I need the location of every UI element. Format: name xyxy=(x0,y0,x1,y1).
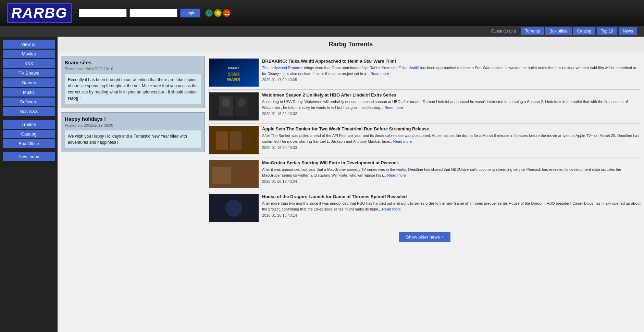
sidebar: View all Movies XXX TV Shows Games Music… xyxy=(0,37,58,332)
news-thumb-watchmen xyxy=(209,92,259,120)
sidebar-item-new-index[interactable]: New index xyxy=(3,152,55,161)
star-icon[interactable]: ⭐ xyxy=(214,9,222,17)
main-wrapper: View all Movies XXX TV Shows Games Music… xyxy=(0,37,644,332)
header: RARBG Login 🌐 ⭐ 🦊 xyxy=(0,0,644,26)
post-holidays-date: Posted on: 20/12/2019 08:00 xyxy=(65,123,201,127)
read-more-banker[interactable]: Read more xyxy=(393,139,412,143)
nav-bar: Guest (Login) Torrents Box office Catalo… xyxy=(0,26,644,37)
news-title-banker: Apple Sets The Banker for Two Week Theat… xyxy=(262,126,641,131)
news-text-watchmen: Watchmen Season 2 Unlikely at HBO After … xyxy=(262,92,641,116)
news-date-watchmen: 2020-01-16 22:40:02 xyxy=(262,112,641,116)
news-date-banker: 2020-01-16 20:40:03 xyxy=(262,145,641,150)
svg-rect-5 xyxy=(209,92,259,120)
show-older-button[interactable]: Show older news » xyxy=(399,232,450,242)
news-body-watchmen: According to USA Today, Watchmen will pr… xyxy=(262,99,641,110)
news-title-macgruber: MacGruber Series Starring Will Forte in … xyxy=(262,160,641,165)
nav-login-link[interactable]: Login xyxy=(505,29,515,34)
nav-top10[interactable]: Top 10 xyxy=(597,27,617,35)
news-text-starwars: BREAKING: Taika Waititi Approached to He… xyxy=(262,59,641,82)
svg-rect-15 xyxy=(212,167,231,184)
svg-point-8 xyxy=(222,99,230,107)
news-body-macgruber: After it was announced last year that a … xyxy=(262,167,641,178)
page-title: Rarbg Torrents xyxy=(58,37,644,52)
news-thumb-dragon xyxy=(209,194,259,222)
post-holidays-title: Happy holidays ! xyxy=(65,116,201,122)
news-title-starwars: BREAKING: Taika Waititi Approached to He… xyxy=(262,59,641,64)
news-date-dragon: 2020-01-16 18:40:14 xyxy=(262,213,641,217)
search-input-1[interactable] xyxy=(79,9,127,17)
news-item-banker: Apple Sets The Banker for Two Week Theat… xyxy=(209,124,641,157)
sidebar-item-software[interactable]: Software xyxy=(3,98,55,106)
news-body-dragon: After more than two months since it was … xyxy=(262,201,641,212)
news-item-macgruber: MacGruber Series Starring Will Forte in … xyxy=(209,157,641,191)
sidebar-item-catalog[interactable]: Catalog xyxy=(3,130,55,138)
news-thumb-starwars: DISNEY STAR WARS xyxy=(209,59,259,87)
guest-label: Guest (Login) xyxy=(491,29,516,34)
news-item-watchmen: Watchmen Season 2 Unlikely at HBO After … xyxy=(209,90,641,124)
post-scam: Scam sites Posted on: 12/01/2020 13:10 R… xyxy=(61,56,205,108)
news-item-dragon: House of the Dragon: Launch for Game of … xyxy=(209,191,641,225)
news-thumb-banker xyxy=(209,126,259,154)
svg-text:STAR: STAR xyxy=(228,72,240,77)
content: Rarbg Torrents Scam sites Posted on: 12/… xyxy=(58,37,644,332)
firefox-icon[interactable]: 🦊 xyxy=(223,9,231,17)
svg-point-19 xyxy=(225,200,242,217)
post-scam-title: Scam sites xyxy=(65,60,201,65)
svg-point-9 xyxy=(237,99,246,107)
svg-text:WARS: WARS xyxy=(227,77,240,82)
nav-torrents[interactable]: Torrents xyxy=(521,27,544,35)
news-item-starwars: DISNEY STAR WARS BREAKING: Taika Waititi… xyxy=(209,56,641,90)
news-title-watchmen: Watchmen Season 2 Unlikely at HBO After … xyxy=(262,92,641,98)
post-scam-date: Posted on: 12/01/2020 13:10 xyxy=(65,67,201,71)
sidebar-item-music[interactable]: Music xyxy=(3,88,55,97)
read-more-macgruber[interactable]: Read more xyxy=(387,173,406,177)
sidebar-item-xxx[interactable]: XXX xyxy=(3,59,55,68)
sidebar-item-view-all[interactable]: View all xyxy=(3,40,55,49)
news-thumb-macgruber xyxy=(209,160,259,188)
read-more-dragon[interactable]: Read more xyxy=(382,207,400,211)
read-more-watchmen[interactable]: Read more xyxy=(384,105,403,110)
news-text-macgruber: MacGruber Series Starring Will Forte in … xyxy=(262,160,641,183)
news-date-starwars: 2020-01-17 00:40:05 xyxy=(262,78,641,82)
post-holidays: Happy holidays ! Posted on: 20/12/2019 0… xyxy=(61,112,205,152)
svg-text:DISNEY: DISNEY xyxy=(228,66,239,69)
news-date-macgruber: 2020-01-16 19:40:04 xyxy=(262,179,641,183)
news-text-dragon: House of the Dragon: Launch for Game of … xyxy=(262,194,641,217)
sidebar-item-box-office[interactable]: Box Office xyxy=(3,139,55,148)
left-posts: Scam sites Posted on: 12/01/2020 13:10 R… xyxy=(61,56,205,245)
globe-icon[interactable]: 🌐 xyxy=(205,9,213,17)
nav-news[interactable]: News xyxy=(619,27,637,35)
search-input-2[interactable] xyxy=(129,9,177,17)
read-more-starwars[interactable]: Read more xyxy=(370,72,389,76)
search-area: Login xyxy=(79,9,200,17)
sidebar-item-trailers[interactable]: Trailers xyxy=(3,120,55,129)
content-inner: Scam sites Posted on: 12/01/2020 13:10 R… xyxy=(58,52,644,249)
svg-rect-16 xyxy=(233,167,252,184)
show-older-section: Show older news » xyxy=(209,225,641,245)
sidebar-item-tv-shows[interactable]: TV Shows xyxy=(3,69,55,77)
post-holidays-content: We wish you Happy Holidays and a Fantast… xyxy=(65,130,201,149)
news-text-banker: Apple Sets The Banker for Two Week Theat… xyxy=(262,126,641,150)
svg-rect-12 xyxy=(230,131,242,150)
post-scam-content: Recently it has been brought to our atte… xyxy=(65,74,201,104)
login-button[interactable]: Login xyxy=(180,9,200,17)
news-body-starwars: The Hollywood Reporter brings word that … xyxy=(262,65,641,76)
sidebar-item-games[interactable]: Games xyxy=(3,78,55,87)
nav-catalog[interactable]: Catalog xyxy=(573,27,595,35)
icons-area: 🌐 ⭐ 🦊 xyxy=(205,9,231,17)
svg-rect-13 xyxy=(242,131,252,150)
logo: RARBG xyxy=(7,3,72,23)
right-news: DISNEY STAR WARS BREAKING: Taika Waititi… xyxy=(209,56,641,245)
svg-rect-11 xyxy=(216,131,228,150)
sidebar-item-movies[interactable]: Movies xyxy=(3,50,55,58)
news-title-dragon: House of the Dragon: Launch for Game of … xyxy=(262,194,641,199)
nav-box-office[interactable]: Box office xyxy=(545,27,571,35)
news-body-banker: After The Banker was pulled ahead of the… xyxy=(262,133,641,144)
sidebar-item-non-xxx[interactable]: Non XXX xyxy=(3,107,55,116)
